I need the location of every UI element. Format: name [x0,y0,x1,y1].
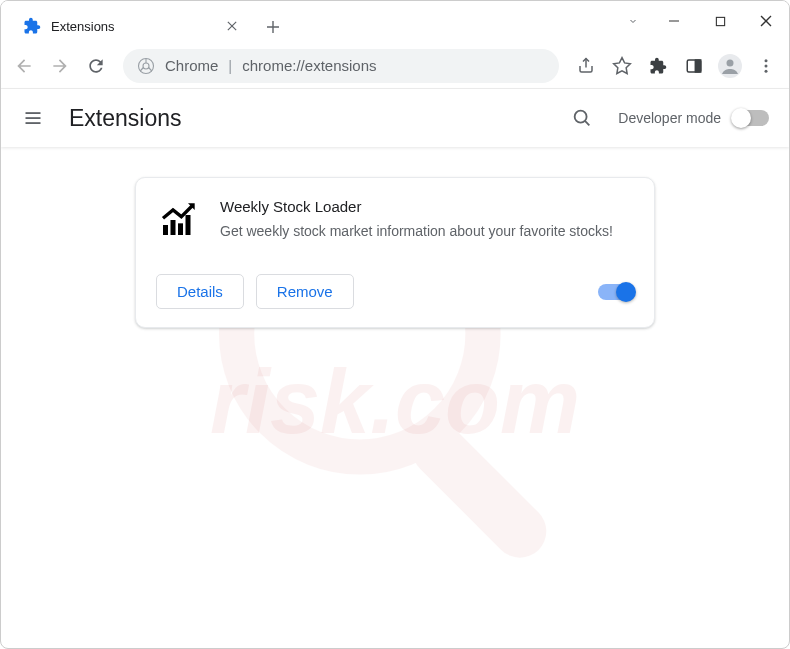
window-controls [615,1,789,41]
reload-button[interactable] [79,49,113,83]
omnibox-url: chrome://extensions [242,57,376,74]
window-dropdown-icon[interactable] [615,4,651,38]
search-icon[interactable] [564,100,600,136]
svg-point-11 [143,63,149,69]
tab-title: Extensions [51,19,223,34]
omnibox-divider: | [228,57,232,74]
svg-rect-31 [171,220,176,235]
svg-point-28 [575,111,587,123]
details-button[interactable]: Details [156,274,244,309]
back-button[interactable] [7,49,41,83]
omnibox-prefix: Chrome [165,57,218,74]
extensions-header: Extensions Developer mode [1,89,789,147]
svg-point-21 [727,59,734,66]
extension-description: Get weekly stock market information abou… [220,221,634,242]
page-title: Extensions [69,105,546,132]
chrome-icon [137,57,155,75]
svg-rect-32 [178,223,183,235]
stock-chart-icon [156,198,200,242]
extensions-content: Weekly Stock Loader Get weekly stock mar… [1,147,789,328]
developer-mode-toggle[interactable] [733,110,769,126]
svg-rect-1 [402,413,558,569]
maximize-button[interactable] [697,4,743,38]
minimize-button[interactable] [651,4,697,38]
svg-rect-27 [26,122,41,124]
new-tab-button[interactable] [259,13,287,41]
extension-card: Weekly Stock Loader Get weekly stock mar… [135,177,655,328]
svg-point-24 [765,69,768,72]
svg-rect-3 [716,17,724,25]
share-icon[interactable] [569,49,603,83]
close-window-button[interactable] [743,4,789,38]
extension-enable-toggle[interactable] [598,284,634,300]
svg-line-13 [149,67,152,71]
close-tab-icon[interactable] [223,17,241,35]
svg-rect-30 [163,225,168,235]
svg-line-14 [140,67,143,71]
svg-rect-26 [26,117,41,119]
svg-rect-33 [186,215,191,235]
developer-mode-label: Developer mode [618,110,721,126]
extensions-puzzle-icon[interactable] [641,49,675,83]
sidepanel-icon[interactable] [677,49,711,83]
browser-toolbar: Chrome | chrome://extensions [1,43,789,89]
svg-line-29 [585,121,589,125]
developer-mode-section: Developer mode [618,110,769,126]
kebab-menu-icon[interactable] [749,49,783,83]
forward-button[interactable] [43,49,77,83]
svg-rect-19 [696,60,701,72]
svg-point-22 [765,59,768,62]
svg-rect-25 [26,112,41,114]
profile-avatar-icon[interactable] [713,49,747,83]
browser-tab[interactable]: Extensions [11,9,251,43]
bookmark-star-icon[interactable] [605,49,639,83]
extension-name: Weekly Stock Loader [220,198,634,215]
svg-point-23 [765,64,768,67]
svg-marker-16 [614,57,631,73]
watermark-text: risk.com [210,351,580,454]
remove-button[interactable]: Remove [256,274,354,309]
hamburger-menu-icon[interactable] [15,100,51,136]
address-bar[interactable]: Chrome | chrome://extensions [123,49,559,83]
extension-puzzle-icon [23,17,41,35]
